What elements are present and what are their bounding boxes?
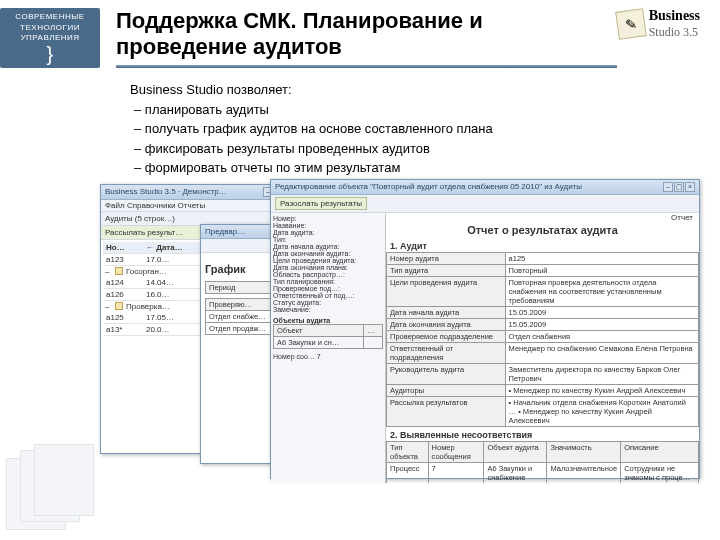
- field-label: Ответственный от под…:: [273, 292, 383, 299]
- slide-title: Поддержка СМК. Планирование и проведение…: [116, 8, 617, 61]
- cell: Сотрудники не знакомы с проце…: [621, 462, 699, 483]
- v: • Менеджер по качеству Кукин Андрей Алек…: [505, 384, 698, 396]
- col: …: [364, 324, 383, 336]
- k: Руководитель аудита: [387, 363, 506, 384]
- v: Повторная проверка деятельности отдела с…: [505, 276, 698, 306]
- field-label: Тип планирования:: [273, 278, 383, 285]
- cell: Малозначительное: [547, 462, 621, 483]
- notes-icon: ✎: [615, 8, 647, 40]
- v: • Начальник отдела снабжения Короткин Ан…: [505, 396, 698, 426]
- cell[interactable]: а125: [103, 312, 143, 323]
- folder-icon: [115, 267, 123, 275]
- k: Дата начала аудита: [387, 306, 506, 318]
- logo-line: ТЕХНОЛОГИИ: [20, 23, 80, 33]
- feature-list: планировать аудиты получать график аудит…: [130, 100, 690, 178]
- k: Тип аудита: [387, 264, 506, 276]
- cell: А6 Закупки и снабжение: [484, 462, 547, 483]
- col-number[interactable]: Но…: [103, 242, 143, 253]
- cell[interactable]: А6 Закупки и сн…: [274, 336, 364, 348]
- v: Отдел снабжения: [505, 330, 698, 342]
- cell[interactable]: Проверка…: [126, 302, 170, 311]
- field-label: Проверяемое под…:: [273, 285, 383, 292]
- field-label: Статус аудита:: [273, 299, 383, 306]
- window-title: Business Studio 3.5 · Демонстр…: [105, 187, 227, 196]
- send-results-button[interactable]: Разослать результаты: [275, 197, 367, 210]
- objects-header: Объекты аудита: [273, 317, 383, 324]
- cell[interactable]: а123: [103, 254, 143, 265]
- col: Тип объекта: [387, 441, 429, 462]
- edit-window: Редактирование объекта "Повторный аудит …: [270, 179, 700, 479]
- field-label: Область распростр…:: [273, 271, 383, 278]
- v: а125: [505, 252, 698, 264]
- cell[interactable]: Госорган…: [126, 267, 167, 276]
- col: Значимость: [547, 441, 621, 462]
- cell: 17.0…: [143, 254, 173, 265]
- v: 15.05.2009: [505, 306, 698, 318]
- col: Описание: [621, 441, 699, 462]
- k: Рассылка результатов: [387, 396, 506, 426]
- cell: 7: [428, 462, 484, 483]
- brand-name: Business: [649, 8, 700, 23]
- v: Повторный: [505, 264, 698, 276]
- window-title: Предвар…: [205, 227, 245, 236]
- field-label: Дата окончания аудита:: [273, 250, 383, 257]
- v: Заместитель директора по качеству Барков…: [505, 363, 698, 384]
- cell: 14.04…: [143, 277, 177, 288]
- k: Аудиторы: [387, 384, 506, 396]
- intro-text: Business Studio позволяет:: [130, 80, 690, 100]
- v: Менеджер по снабжению Семакова Елена Пет…: [505, 342, 698, 363]
- field-label: Дата окончания плана:: [273, 264, 383, 271]
- section-audit: 1. Аудит: [386, 238, 699, 252]
- field-label: Дата начала аудита:: [273, 243, 383, 250]
- cell[interactable]: а124: [103, 277, 143, 288]
- col: Объект аудита: [484, 441, 547, 462]
- cell: 20.0…: [143, 324, 173, 335]
- period-label: Период: [206, 281, 271, 293]
- col: Объект: [274, 324, 364, 336]
- decorative-docs-icon: [6, 444, 106, 534]
- list-item: фиксировать результаты проведенных аудит…: [134, 139, 690, 159]
- cell[interactable]: а126: [103, 289, 143, 300]
- logo-left: СОВРЕМЕННЫЕ ТЕХНОЛОГИИ УПРАВЛЕНИЯ }: [0, 8, 100, 68]
- cell: 16.0…: [143, 289, 173, 300]
- list-item: формировать отчеты по этим результатам: [134, 158, 690, 178]
- doc-type-label: Отчет: [386, 213, 699, 222]
- k: Цели проведения аудита: [387, 276, 506, 306]
- col: Номер сообщения: [428, 441, 484, 462]
- msg-label: Номер соо…: [273, 353, 315, 360]
- k: Проверяемое подразделение: [387, 330, 506, 342]
- field-label: Цели проведения аудита:: [273, 257, 383, 264]
- v: 15.05.2009: [505, 318, 698, 330]
- cell[interactable]: а13*: [103, 324, 143, 335]
- report-title: Отчет о результатах аудита: [386, 222, 699, 238]
- form-fields-panel: Номер: Название: Дата аудита: Тип: Дата …: [271, 213, 386, 483]
- report-preview: Отчет Отчет о результатах аудита 1. Ауди…: [386, 213, 699, 483]
- field-label: Замечание:: [273, 306, 383, 313]
- field-label: Номер:: [273, 215, 383, 222]
- list-item: планировать аудиты: [134, 100, 690, 120]
- cell: 17.05…: [143, 312, 177, 323]
- logo-line: СОВРЕМЕННЫЕ: [15, 12, 84, 22]
- window-title: Редактирование объекта "Повторный аудит …: [275, 182, 582, 191]
- k: Номер аудита: [387, 252, 506, 264]
- list-item: получать график аудитов на основе состав…: [134, 119, 690, 139]
- k: Дата окончания аудита: [387, 318, 506, 330]
- window-controls[interactable]: –▢×: [662, 182, 695, 192]
- field-label: Название:: [273, 222, 383, 229]
- k: Ответственный от подразделения: [387, 342, 506, 363]
- field-label: Дата аудита:: [273, 229, 383, 236]
- brand-version: Studio 3.5: [649, 25, 698, 39]
- logo-glyph-icon: }: [46, 44, 53, 64]
- brand-logo: ✎ Business Studio 3.5: [617, 8, 700, 40]
- col-date[interactable]: ← Дата…: [143, 242, 186, 253]
- msg-value: 7: [317, 353, 321, 360]
- cell: Процесс: [387, 462, 429, 483]
- section-noncompliance: 2. Выявленные несоответствия: [386, 427, 699, 441]
- folder-icon: [115, 302, 123, 310]
- field-label: Тип:: [273, 236, 383, 243]
